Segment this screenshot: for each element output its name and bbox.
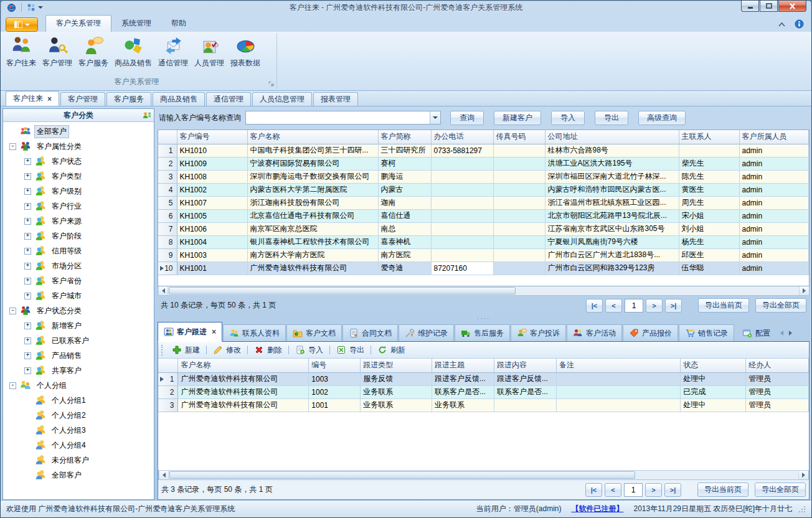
first-page-button[interactable]: |< — [585, 483, 602, 497]
expand-icon[interactable]: + — [24, 158, 31, 165]
detail-tab-customer-followup[interactable]: 客户跟进× — [158, 322, 222, 342]
cell[interactable]: admin — [739, 183, 808, 196]
cell[interactable]: 业务联系 — [361, 398, 432, 412]
cell[interactable]: 广州爱奇迪软件科技有限公司 — [247, 261, 378, 275]
cell[interactable] — [431, 183, 493, 196]
row-header[interactable]: 2 — [158, 385, 178, 398]
combo-dropdown-button[interactable] — [430, 111, 440, 124]
tree-item-12[interactable]: -客户状态分类 — [3, 303, 154, 318]
cell[interactable]: 已完成 — [681, 385, 746, 398]
cell[interactable]: KH1009 — [177, 157, 247, 170]
row-header[interactable]: 8 — [158, 235, 177, 248]
collapse-ribbon-icon[interactable] — [778, 21, 786, 27]
next-page-button[interactable]: > — [645, 483, 662, 497]
refresh-button[interactable]: 刷新 — [374, 345, 409, 356]
ribbon-tab-0[interactable]: 客户关系管理 — [45, 15, 111, 32]
tree-item-0[interactable]: 全部客户 — [3, 124, 154, 139]
cell[interactable]: 广州市白云区广州大道北1838号... — [545, 248, 679, 261]
cell[interactable]: 管理员 — [746, 398, 809, 412]
query-button[interactable]: 查询 — [450, 111, 484, 125]
column-header[interactable]: 备注 — [556, 359, 680, 372]
staff-manage-button[interactable]: 人员管理 — [191, 34, 227, 68]
cell[interactable]: 处理中 — [681, 372, 746, 385]
minimize-button[interactable] — [741, 1, 759, 12]
doc-tab-1[interactable]: 客户管理 — [60, 92, 105, 106]
cell[interactable]: 1001 — [309, 398, 361, 412]
cell[interactable]: 杨先生 — [679, 235, 739, 248]
cell[interactable]: 黄医生 — [679, 183, 739, 196]
cell[interactable]: 联系客户是否... — [432, 385, 494, 398]
table-row[interactable]: 3KH1008深圳市鹏海运电子数据交换有限公司鹏海运深圳市福田区深南大道北竹子林… — [158, 170, 808, 183]
table-row[interactable]: 2广州爱奇迪软件科技有限公司1002业务联系联系客户是否...联系客户是否...… — [158, 385, 809, 398]
doc-tab-3[interactable]: 商品及销售 — [153, 92, 205, 106]
cell[interactable]: 鹏海运 — [378, 170, 431, 183]
cell[interactable] — [679, 144, 739, 157]
table-row[interactable]: 4KH1002内蒙古医科大学第二附属医院内蒙古内蒙古呼和浩特市回民区内蒙古医..… — [158, 183, 808, 196]
cell[interactable]: admin — [739, 235, 808, 248]
column-header[interactable]: 客户简称 — [378, 130, 431, 144]
detail-tab-after-sales-service[interactable]: 售后服务 — [455, 324, 510, 342]
cell[interactable]: 管理员 — [746, 385, 809, 398]
cell[interactable]: 陈先生 — [679, 170, 739, 183]
cell[interactable]: 广州爱奇迪软件科技有限公司 — [178, 398, 309, 412]
prev-page-button[interactable]: < — [605, 299, 622, 313]
dialog-launcher-icon[interactable] — [268, 80, 275, 87]
cell[interactable] — [431, 157, 493, 170]
detail-horizontal-scrollbar[interactable] — [158, 471, 809, 480]
scroll-left-button[interactable] — [158, 286, 168, 295]
cell[interactable]: 浙江迦南科技股份有限公司 — [247, 196, 378, 209]
cell[interactable]: 广州市白云区同和路329号123房 — [545, 261, 679, 275]
column-header[interactable]: 客户所属人员 — [739, 130, 808, 144]
expand-icon[interactable]: + — [24, 293, 31, 299]
row-header[interactable]: 10 — [158, 261, 177, 275]
cell[interactable]: 服务反馈 — [361, 372, 432, 385]
cell[interactable] — [493, 144, 545, 157]
tree-config-icon[interactable] — [142, 111, 151, 120]
scroll-right-button[interactable] — [798, 471, 808, 479]
communication-manage-button[interactable]: 通信管理 — [155, 34, 191, 68]
tree-item-22[interactable]: 未分组客户 — [3, 453, 154, 468]
cell[interactable]: 浙江省温州市瓯北镇东瓯工业区园... — [545, 196, 679, 209]
tree-item-10[interactable]: +客户省份 — [3, 273, 154, 288]
cell[interactable] — [493, 222, 545, 235]
table-row[interactable]: 8KH1004银川嘉泰神机工程软件技术有限公司嘉泰神机宁夏银川凤凰南街79号六楼… — [158, 235, 808, 248]
page-number-input[interactable] — [625, 299, 643, 313]
cell[interactable]: 伍华聪 — [679, 261, 739, 275]
last-page-button[interactable]: >| — [664, 483, 681, 497]
cell[interactable]: 广州爱奇迪软件科技有限公司 — [178, 385, 309, 398]
tree-item-19[interactable]: 个人分组2 — [3, 408, 154, 423]
expand-icon[interactable]: + — [24, 352, 31, 359]
expand-icon[interactable]: + — [24, 173, 31, 180]
cell[interactable]: 管理员 — [746, 372, 809, 385]
scrollbar-thumb[interactable] — [169, 471, 635, 479]
resize-grip-icon[interactable] — [798, 506, 806, 513]
column-header[interactable]: 传真号码 — [493, 130, 545, 144]
detail-tab-contract-docs[interactable]: 合同文档 — [342, 324, 398, 342]
scrollbar-track[interactable] — [169, 471, 798, 479]
first-page-button[interactable]: |< — [586, 299, 603, 313]
tree-item-17[interactable]: -个人分组 — [3, 378, 154, 393]
application-menu-button[interactable] — [6, 17, 38, 32]
column-header[interactable]: 跟进内容 — [494, 359, 556, 372]
cell[interactable] — [493, 261, 545, 275]
cell[interactable] — [493, 209, 545, 222]
expand-icon[interactable]: + — [24, 248, 31, 255]
cell[interactable]: admin — [739, 144, 808, 157]
scrollbar-thumb[interactable] — [169, 287, 516, 294]
table-row[interactable]: 5KH1007浙江迦南科技股份有限公司迦南浙江省温州市瓯北镇东瓯工业区园...周… — [158, 196, 808, 209]
column-header[interactable]: 经办人 — [746, 359, 809, 372]
cell[interactable] — [493, 170, 545, 183]
doc-tab-6[interactable]: 报表管理 — [313, 92, 358, 106]
column-header[interactable] — [158, 130, 177, 144]
tree-item-1[interactable]: -客户属性分类 — [3, 139, 154, 154]
quick-access-caret-icon[interactable] — [38, 6, 43, 9]
collapse-icon[interactable]: - — [9, 143, 16, 150]
cell[interactable] — [556, 372, 680, 385]
customer-contacts-button[interactable]: 客户往来 — [3, 34, 39, 68]
detail-tab-customer-complaints[interactable]: 客户投诉 — [511, 324, 566, 342]
cell[interactable]: 1003 — [309, 372, 361, 385]
detail-tab-sales-records[interactable]: 销售记录 — [679, 324, 734, 342]
export-all-pages-button[interactable]: 导出全部页 — [755, 298, 806, 313]
cell[interactable]: 0733-5881297 — [431, 144, 493, 157]
row-header[interactable]: 1 — [158, 372, 178, 385]
